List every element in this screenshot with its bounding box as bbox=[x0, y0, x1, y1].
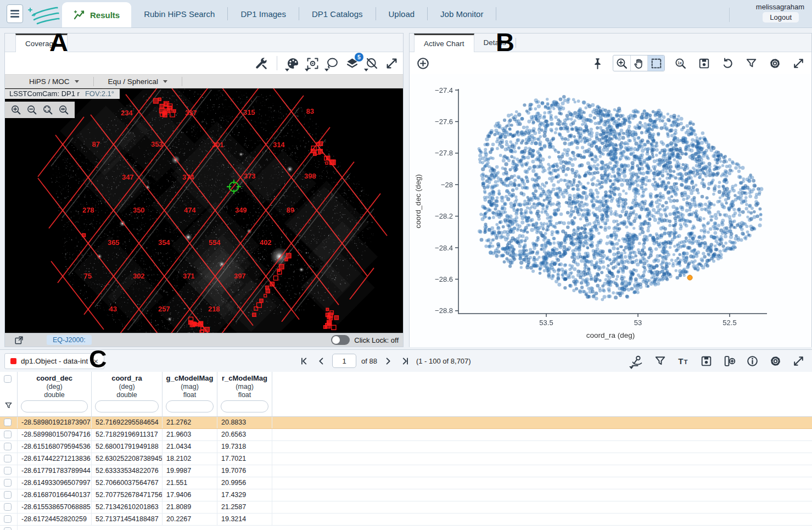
tab-dp1-images[interactable]: DP1 Images bbox=[228, 0, 299, 27]
zoom-out-button[interactable] bbox=[25, 103, 38, 116]
row-checkbox[interactable] bbox=[4, 431, 12, 438]
scatter-chart[interactable] bbox=[410, 74, 811, 347]
table-tab[interactable]: dp1.Object - data-int × bbox=[4, 353, 104, 369]
select-area-button[interactable] bbox=[647, 55, 664, 71]
zoom-fill-button[interactable] bbox=[57, 103, 70, 116]
hips-moc-dropdown[interactable]: HiPS / MOC bbox=[29, 77, 79, 86]
table-row[interactable]: -28.58980192187390752.7169229558465421.2… bbox=[0, 417, 812, 429]
expand-button[interactable] bbox=[383, 55, 400, 71]
filter-input-coord_dec[interactable] bbox=[21, 400, 88, 412]
tab-rubin-hips-search[interactable]: Rubin HiPS Search bbox=[131, 0, 227, 27]
firefly-logo bbox=[27, 3, 61, 27]
filter-button[interactable] bbox=[743, 55, 759, 71]
explore-button[interactable] bbox=[629, 353, 645, 369]
row-checkbox[interactable] bbox=[4, 455, 12, 462]
cell-r_cModelMag: 19.7318 bbox=[217, 441, 272, 453]
last-page-button[interactable] bbox=[399, 355, 411, 367]
row-checkbox[interactable] bbox=[4, 479, 12, 487]
add-chart-button[interactable] bbox=[415, 55, 431, 71]
table-row[interactable] bbox=[0, 526, 812, 530]
zoom-1x-button[interactable]: 1x bbox=[672, 55, 688, 71]
table-row[interactable]: -28.61744227121383652.63025220873894518.… bbox=[0, 453, 812, 465]
expand-button[interactable] bbox=[790, 353, 807, 369]
pan-hand-button[interactable] bbox=[630, 55, 647, 71]
hide-overlays-button[interactable] bbox=[363, 55, 380, 71]
table-row[interactable]: -28.6172445282025952.7137145418848720.22… bbox=[0, 514, 812, 526]
expand-button[interactable] bbox=[790, 55, 807, 71]
table-row[interactable]: -28.61493309650799752.7066003756476721.5… bbox=[0, 477, 812, 489]
tab-results[interactable]: Results bbox=[62, 2, 131, 27]
palette-button[interactable] bbox=[284, 55, 301, 71]
table-row[interactable]: -28.61553865706888552.7134261020186321.8… bbox=[0, 501, 812, 514]
previous-page-button[interactable] bbox=[315, 355, 327, 367]
tab-coverage[interactable]: Coverage bbox=[15, 34, 68, 52]
restore-button[interactable] bbox=[719, 55, 736, 71]
cell-coord_ra: 52.71342610201863 bbox=[92, 501, 163, 513]
table-row[interactable]: -28.61779178378994452.6333353482207619.9… bbox=[0, 465, 812, 477]
save-button[interactable] bbox=[696, 55, 712, 71]
select-all-checkbox[interactable] bbox=[4, 375, 12, 383]
pin-button[interactable] bbox=[589, 55, 606, 71]
tab-active-chart[interactable]: Active Chart bbox=[414, 34, 474, 52]
sky-canvas[interactable] bbox=[5, 88, 403, 334]
zoom-in-button[interactable] bbox=[9, 103, 23, 116]
lasso-select-button[interactable] bbox=[324, 55, 340, 71]
settings-button[interactable] bbox=[766, 55, 783, 71]
tab-dp1-catalogs[interactable]: DP1 Catalogs bbox=[299, 0, 376, 27]
info-button[interactable] bbox=[744, 353, 760, 369]
chevron-left-icon bbox=[316, 356, 327, 366]
projection-dropdown[interactable]: Equ / Spherical bbox=[108, 77, 168, 86]
filter-button[interactable] bbox=[652, 353, 668, 369]
popout-button[interactable] bbox=[13, 334, 25, 346]
row-checkbox[interactable] bbox=[4, 515, 12, 523]
tab-job-monitor[interactable]: Job Monitor bbox=[428, 0, 496, 27]
chart-canvas[interactable] bbox=[410, 74, 811, 347]
save-button[interactable] bbox=[698, 353, 714, 369]
filter-input-r_cModelMag[interactable] bbox=[221, 400, 268, 412]
logout-button[interactable]: Logout bbox=[763, 12, 799, 23]
zoom-in-button[interactable] bbox=[613, 55, 630, 71]
filter-input-coord_ra[interactable] bbox=[95, 400, 159, 412]
click-lock-toggle[interactable] bbox=[331, 335, 350, 345]
zoom-fit-button[interactable] bbox=[41, 103, 54, 116]
tab-upload[interactable]: Upload bbox=[376, 0, 428, 27]
filter-row-icon bbox=[4, 401, 13, 412]
column-header-coord_ra[interactable]: coord_ra(deg)double bbox=[92, 372, 163, 416]
zoom-out-icon bbox=[26, 104, 38, 116]
hamburger-menu-button[interactable] bbox=[7, 4, 23, 23]
next-page-button[interactable] bbox=[382, 355, 394, 367]
row-checkbox[interactable] bbox=[4, 491, 12, 499]
column-header-g_cModelMag[interactable]: g_cModelMag(mag)float bbox=[163, 372, 217, 416]
column-header-coord_dec[interactable]: coord_dec(deg)double bbox=[18, 372, 92, 416]
sky-coverage-map[interactable]: LSSTComCam: DP1 r FOV:2.1° bbox=[5, 88, 403, 334]
page-total-label: of 88 bbox=[361, 357, 377, 365]
tools-button[interactable] bbox=[253, 55, 270, 71]
palette-icon bbox=[285, 56, 300, 71]
row-checkbox[interactable] bbox=[4, 443, 12, 450]
table-row[interactable]: -28.58998015079471652.7182919691131721.9… bbox=[0, 429, 812, 441]
chart-panel: Active Chart Details 1x bbox=[409, 33, 812, 347]
expand-icon bbox=[792, 57, 805, 70]
chart-tabstrip: Active Chart Details bbox=[410, 34, 811, 52]
row-checkbox[interactable] bbox=[4, 503, 12, 511]
table-row[interactable]: -28.61516807959453652.6800179194918821.0… bbox=[0, 441, 812, 453]
zoom-in-icon bbox=[10, 104, 22, 116]
column-header-r_cModelMag[interactable]: r_cModelMag(mag)float bbox=[217, 372, 272, 416]
settings-button[interactable] bbox=[767, 353, 783, 369]
center-target-button[interactable] bbox=[304, 55, 321, 71]
cell-coord_ra: 52.63333534822076 bbox=[92, 465, 163, 477]
filter-input-g_cModelMag[interactable] bbox=[166, 400, 214, 412]
first-page-button[interactable] bbox=[298, 355, 310, 367]
row-checkbox[interactable] bbox=[4, 467, 12, 475]
add-column-button[interactable] bbox=[721, 353, 737, 369]
tab-details[interactable]: Details bbox=[474, 34, 516, 52]
layers-button[interactable]: 5 bbox=[344, 55, 360, 71]
cell-coord_ra: 52.71371454188487 bbox=[92, 514, 163, 525]
text-options-icon: TT bbox=[676, 354, 690, 368]
row-checkbox[interactable] bbox=[4, 419, 12, 426]
table-row[interactable]: -28.61687016644013752.70775267847175617.… bbox=[0, 489, 812, 501]
cell-r_cModelMag: 19.7076 bbox=[217, 465, 272, 477]
page-number-input[interactable] bbox=[332, 354, 356, 368]
text-options-button[interactable]: TT bbox=[675, 353, 691, 369]
close-icon[interactable]: × bbox=[93, 356, 98, 366]
